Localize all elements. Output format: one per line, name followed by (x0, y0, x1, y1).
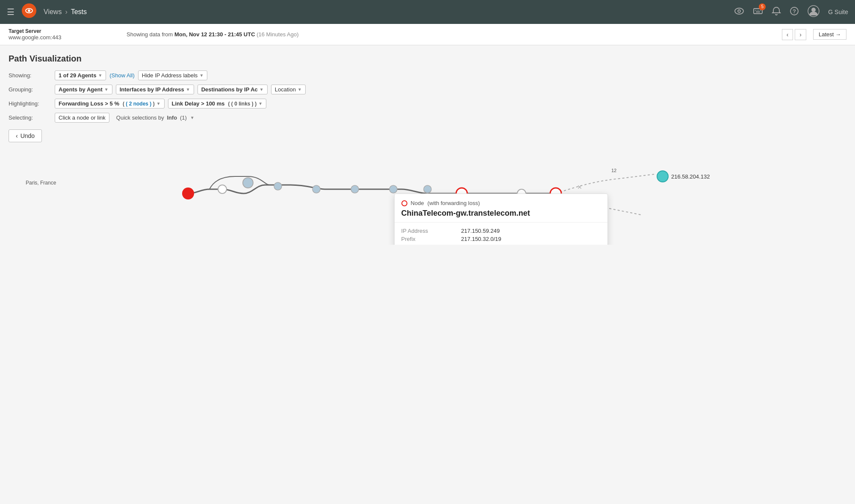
agents-by-agent-label: Agents by Agent (59, 86, 103, 93)
user-avatar[interactable] (808, 5, 820, 19)
destinations-dropdown[interactable]: Destinations by IP Ac ▼ (198, 85, 268, 94)
keyboard-badge: 5 (759, 3, 766, 10)
popup-type-note: (with forwarding loss) (428, 200, 480, 206)
undo-chevron-icon: ‹ (16, 132, 18, 139)
location-arrow: ▼ (298, 87, 302, 92)
mid-node-2[interactable] (313, 185, 320, 193)
subheader: Target Server www.google.com:443 Showing… (0, 24, 855, 45)
mid-node-5[interactable] (424, 185, 431, 193)
highlighting-label: Highlighting: (9, 100, 51, 107)
time-ago: (16 Minutes Ago) (256, 31, 298, 38)
quick-sel-count: (1) (180, 114, 187, 121)
prefix-key: Prefix (401, 236, 461, 242)
page-title: Path Visualization (9, 54, 846, 64)
app-logo (21, 3, 37, 21)
quick-sel-prefix: Quick selections by Info (1) (116, 114, 187, 121)
popup-type-dot (401, 200, 407, 206)
nav-prev-button[interactable]: ‹ (782, 29, 793, 40)
undo-label: Undo (21, 132, 35, 139)
destination-node[interactable] (657, 171, 668, 182)
network-key: Network (401, 244, 461, 245)
svg-text:?: ? (793, 8, 796, 15)
branch-node-1[interactable] (218, 185, 227, 193)
selecting-text: Click a node or link (59, 114, 106, 121)
topnav-right: 5 ? G Suite (734, 5, 848, 19)
interfaces-label: Interfaces by IP Address (120, 86, 184, 93)
nav-next-button[interactable]: › (795, 29, 806, 40)
interfaces-arrow: ▼ (186, 87, 190, 92)
gsuite-label[interactable]: G Suite (828, 9, 848, 15)
popup-type-row: Node (with forwarding loss) (401, 200, 601, 206)
popup-info-grid: IP Address 217.150.59.249 Prefix 217.150… (401, 228, 601, 245)
link-delay-arrow: ▼ (258, 101, 262, 106)
popup-hostname: ChinaTelecom-gw.transtelecom.net (401, 209, 601, 218)
link-delay-count: ( 0 links ) (231, 101, 254, 107)
time-prefix: Showing data from (127, 31, 173, 38)
popup-body: IP Address 217.150.59.249 Prefix 217.150… (395, 223, 607, 245)
hide-ip-label: Hide IP Address labels (142, 72, 198, 79)
source-node[interactable] (182, 188, 194, 199)
showing-label: Showing: (9, 72, 51, 79)
fwd-loss-note: ( ( 2 nodes ) ) (123, 101, 155, 107)
time-range: Mon, Nov 12 21:30 - 21:45 UTC (174, 31, 255, 38)
destinations-label: Destinations by IP Ac (201, 86, 258, 93)
location-dropdown[interactable]: Location ▼ (271, 85, 306, 94)
target-info: Target Server www.google.com:443 (9, 28, 120, 41)
hop-label-12: 12 (611, 168, 616, 173)
show-all-link[interactable]: (Show All) (109, 72, 135, 79)
mid-node-3[interactable] (351, 185, 359, 193)
fwd-nodes-link[interactable]: ( 2 nodes ) (126, 101, 151, 107)
undo-button[interactable]: ‹ Undo (9, 129, 42, 142)
branch-node-2[interactable] (243, 178, 253, 188)
ip-address-key: IP Address (401, 228, 461, 234)
hide-ip-dropdown[interactable]: Hide IP Address labels ▼ (138, 70, 207, 80)
path-visualization-area: Paris, France (9, 151, 846, 236)
quick-sel-info: Info (167, 114, 177, 121)
keyboard-icon[interactable]: 5 (753, 6, 763, 18)
main-content: Path Visualization Showing: 1 of 29 Agen… (0, 45, 855, 245)
link-delay-dropdown[interactable]: Link Delay > 100 ms ( ( 0 links ) ) ▼ (168, 99, 267, 108)
fwd-loss-dropdown[interactable]: Forwarding Loss > 5 % ( ( 2 nodes ) ) ▼ (55, 99, 165, 108)
destination-label: 216.58.204.132 (671, 173, 710, 180)
showing-value: 1 of 29 Agents (59, 72, 96, 79)
svg-point-3 (735, 8, 743, 14)
grouping-label: Grouping: (9, 86, 51, 93)
location-label-ctrl: Location (275, 86, 296, 93)
hide-ip-arrow: ▼ (199, 73, 203, 78)
mid-node-4[interactable] (389, 185, 397, 193)
interfaces-by-ip-dropdown[interactable]: Interfaces by IP Address ▼ (116, 85, 194, 94)
quick-sel-arrow[interactable]: ▼ (190, 115, 195, 120)
breadcrumb-tests[interactable]: Tests (71, 8, 87, 16)
agents-arrow: ▼ (104, 87, 109, 92)
ip-address-val: 217.150.59.249 (461, 228, 601, 234)
time-info: Showing data from Mon, Nov 12 21:30 - 21… (127, 31, 775, 38)
fwd-loss-label: Forwarding Loss > 5 % (59, 100, 119, 107)
destinations-arrow: ▼ (259, 87, 264, 92)
breadcrumb-sep: › (65, 8, 67, 16)
showing-dropdown[interactable]: 1 of 29 Agents ▼ (55, 70, 106, 80)
hamburger-icon[interactable]: ☰ (7, 7, 15, 17)
watch-icon[interactable] (734, 6, 744, 18)
highlighting-row: Highlighting: Forwarding Loss > 5 % ( ( … (9, 99, 846, 108)
node-popup: Node (with forwarding loss) ChinaTelecom… (394, 193, 608, 245)
showing-row: Showing: 1 of 29 Agents ▼ (Show All) Hid… (9, 70, 846, 80)
selecting-label: Selecting: (9, 114, 51, 121)
help-icon[interactable]: ? (790, 6, 799, 18)
popup-type-label: Node (411, 200, 424, 206)
target-value: www.google.com:443 (9, 34, 120, 41)
selecting-value: Click a node or link (55, 113, 109, 123)
svg-point-14 (811, 8, 816, 12)
agents-by-agent-dropdown[interactable]: Agents by Agent ▼ (55, 85, 112, 94)
network-val: JSC Company TransTeleCom (AS 20485) (461, 244, 601, 245)
mid-node-1[interactable] (274, 182, 282, 190)
breadcrumb: Views › Tests (44, 8, 87, 16)
prefix-val: 217.150.32.0/19 (461, 236, 601, 242)
grouping-row: Grouping: Agents by Agent ▼ Interfaces b… (9, 85, 846, 94)
svg-point-2 (28, 9, 30, 12)
controls-panel: Showing: 1 of 29 Agents ▼ (Show All) Hid… (9, 70, 846, 123)
latest-button[interactable]: Latest → (813, 29, 846, 40)
fwd-loss-arrow: ▼ (156, 101, 161, 106)
bell-icon[interactable] (772, 6, 781, 18)
breadcrumb-views[interactable]: Views (44, 8, 62, 16)
popup-header: Node (with forwarding loss) ChinaTelecom… (395, 194, 607, 223)
